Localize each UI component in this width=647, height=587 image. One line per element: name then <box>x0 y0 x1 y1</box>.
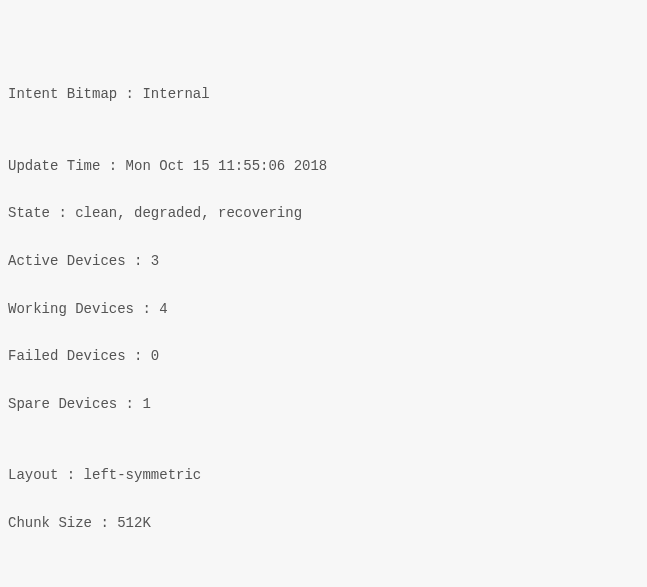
layout-line: Layout : left-symmetric <box>8 464 639 488</box>
consistency-policy-line: Consistency Policy : bitmap <box>8 583 639 587</box>
working-devices-line: Working Devices : 4 <box>8 298 639 322</box>
update-time-line: Update Time : Mon Oct 15 11:55:06 2018 <box>8 155 639 179</box>
state-line: State : clean, degraded, recovering <box>8 202 639 226</box>
spare-devices-line: Spare Devices : 1 <box>8 393 639 417</box>
chunk-size-line: Chunk Size : 512K <box>8 512 639 536</box>
failed-devices-line: Failed Devices : 0 <box>8 345 639 369</box>
intent-bitmap-line: Intent Bitmap : Internal <box>8 83 639 107</box>
active-devices-line: Active Devices : 3 <box>8 250 639 274</box>
